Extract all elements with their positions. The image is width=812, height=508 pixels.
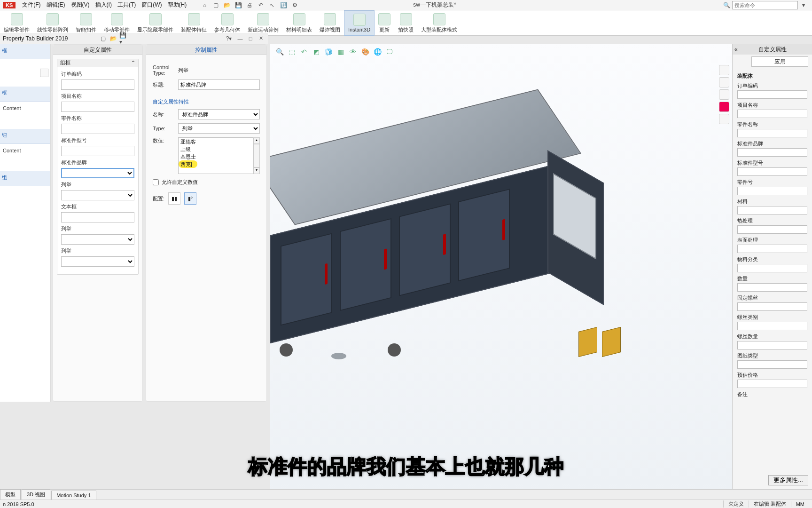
tp-input[interactable] [737,322,807,330]
menu-edit[interactable]: 编辑(E) [44,0,68,10]
ribbon-smart-fasteners[interactable]: 智能扣件 [72,10,100,36]
tp-input[interactable] [737,225,807,234]
search-dropdown-icon[interactable]: ▾ [799,1,808,9]
menu-tools[interactable]: 工具(T) [115,0,139,10]
list-select[interactable] [61,190,134,200]
ribbon-ref-geometry[interactable]: 参考几何体 [211,10,244,36]
scroll-track[interactable] [253,144,260,167]
palette-spinner[interactable] [40,69,48,77]
textbox-input[interactable] [61,212,134,222]
palette-section[interactable]: 组 [0,171,50,186]
tab-model[interactable]: 模型 [0,489,21,500]
ptb-save-icon[interactable]: 💾▾ [119,34,128,43]
home-icon[interactable]: ⌂ [200,1,209,9]
ptb-new-icon[interactable]: ▢ [99,34,107,43]
ptb-open-icon[interactable]: 📂 [109,34,117,43]
caption-input[interactable] [178,79,260,90]
std-model-input[interactable] [61,146,134,156]
list-item[interactable]: 基恩士 [179,153,253,160]
tp-input[interactable] [737,110,807,118]
ribbon-edit-component[interactable]: 编辑零部件 [0,10,33,36]
tp-input[interactable] [737,129,807,137]
tab-motion-study[interactable]: Motion Study 1 [51,491,96,500]
menu-view[interactable]: 视图(V) [68,0,93,10]
part-name-input[interactable] [61,124,134,134]
menu-window[interactable]: 窗口(W) [139,0,164,10]
tp-input[interactable] [737,380,807,388]
palette-item[interactable]: Content [0,144,50,157]
collapse-icon[interactable]: ⌃ [131,60,135,66]
tp-input[interactable] [737,206,807,214]
ptb-maximize-icon[interactable]: □ [246,35,255,42]
side-home-icon[interactable] [719,65,729,75]
palette-section[interactable]: 框 [0,44,50,59]
open-icon[interactable]: 📂 [222,1,232,9]
tp-input[interactable] [737,187,807,195]
list-select[interactable] [61,256,134,267]
ribbon-instant3d[interactable]: Instant3D [344,10,375,36]
section-view-icon[interactable]: ◩ [312,47,321,56]
tp-input[interactable] [737,360,807,369]
prev-view-icon[interactable]: ↶ [299,47,309,56]
ribbon-assembly-features[interactable]: 装配体特征 [177,10,211,36]
ptb-close-icon[interactable]: ✕ [257,35,265,42]
appearance-icon[interactable]: 🎨 [360,47,370,56]
tp-input[interactable] [737,283,807,292]
view-settings-icon[interactable]: 🖵 [385,47,394,56]
tp-input[interactable] [737,167,807,176]
tp-input[interactable] [737,90,807,99]
select-icon[interactable]: ↖ [267,1,277,9]
zoom-fit-icon[interactable]: 🔍 [275,47,284,56]
rebuild-icon[interactable]: 🔃 [279,1,288,9]
ribbon-show-hidden[interactable]: 显示隐藏零部件 [133,10,177,36]
hide-show-icon[interactable]: 👁 [348,47,358,56]
menu-file[interactable]: 文件(F) [19,0,43,10]
tp-input[interactable] [737,302,807,311]
std-brand-select[interactable] [61,168,134,178]
order-code-input[interactable] [61,79,134,90]
new-icon[interactable]: ▢ [211,1,220,9]
ribbon-linear-pattern[interactable]: 线性零部阵列 [33,10,72,36]
type-select[interactable]: 列举 [178,123,260,134]
palette-section[interactable]: 框 [0,87,50,102]
ribbon-move-component[interactable]: 移动零部件 [100,10,133,36]
menu-insert[interactable]: 插入(I) [93,0,115,10]
search-input[interactable] [732,1,798,9]
search-icon[interactable]: 🔍 [722,1,731,9]
list-select[interactable] [61,234,134,245]
tp-input[interactable] [737,148,807,157]
side-clipboard-icon[interactable] [719,89,729,100]
scene-icon[interactable]: 🌐 [373,47,382,56]
undo-icon[interactable]: ↶ [256,1,265,9]
tp-input[interactable] [737,341,807,349]
more-properties-button[interactable]: 更多属性... [768,475,808,485]
taskpane-collapse-icon[interactable]: « [734,46,738,53]
config-this-button[interactable]: ▮° [184,192,196,205]
graphics-viewport[interactable]: 🔍 ⬚ ↶ ◩ 🧊 ▦ 👁 🎨 🌐 🖵 [270,44,732,489]
ribbon-update[interactable]: 更新 [375,10,394,36]
project-name-input[interactable] [61,102,134,112]
ribbon-snapshot[interactable]: 拍快照 [394,10,417,36]
view-orientation-icon[interactable]: 🧊 [324,47,333,56]
config-all-button[interactable]: ▮▮ [168,192,180,205]
side-custom-props-icon[interactable] [719,114,729,124]
scroll-down-icon[interactable]: ▾ [253,167,260,174]
options-icon[interactable]: ⚙ [290,1,299,9]
print-icon[interactable]: 🖨 [245,1,254,9]
side-appearance-icon[interactable] [719,102,729,112]
values-listbox[interactable]: 亚德客 上银 基恩士 西克| [178,137,253,174]
list-item[interactable]: 西克| [179,160,197,168]
tp-input[interactable] [737,245,807,253]
name-select[interactable]: 标准件品牌 [178,109,260,119]
side-layers-icon[interactable] [719,77,729,87]
save-icon[interactable]: 💾 [234,1,243,9]
ribbon-new-motion[interactable]: 新建运动算例 [244,10,282,36]
ribbon-bom[interactable]: 材料明细表 [282,10,316,36]
palette-item[interactable]: Content [0,102,50,115]
zoom-area-icon[interactable]: ⬚ [287,47,297,56]
palette-section[interactable]: 钮 [0,129,50,144]
ptb-help-icon[interactable]: ?▾ [225,34,233,43]
list-item[interactable]: 亚德客 [179,138,253,145]
scroll-up-icon[interactable]: ▴ [253,137,260,144]
tp-input[interactable] [737,264,807,272]
